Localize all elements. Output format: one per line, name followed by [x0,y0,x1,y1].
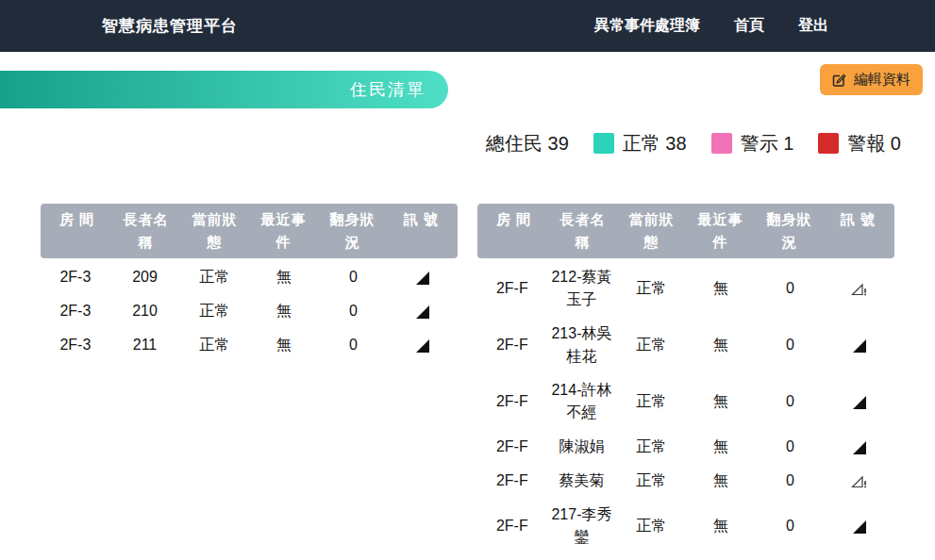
column-header: 最近事件 [686,208,755,254]
name-cell: 213-林吳桂花 [547,317,617,373]
banner-row: 住民清單 編輯資料 [0,52,935,108]
room-cell: 2F-3 [41,294,110,328]
name-cell: 211 [110,328,180,362]
signal-weak-alert-icon [851,282,868,297]
name-cell: 217-李秀鑾 [547,498,617,554]
signal-cell [825,464,894,498]
column-header: 長者名稱 [548,208,617,254]
signal-strong-icon [852,440,868,455]
table-row[interactable]: 2F-F蔡美菊正常無0 [477,464,894,498]
app-title: 智慧病患管理平台 [102,15,238,37]
resident-table-right: 房 間長者名稱當前狀態最近事件翻身狀況訊 號2F-F212-蔡黃玉子正常無02F… [477,204,894,554]
signal-cell [388,328,458,362]
status-cell: 正常 [616,328,686,362]
event-cell: 無 [686,509,756,543]
table-row[interactable]: 2F-F212-蔡黃玉子正常無0 [477,260,894,317]
signal-strong-icon [852,395,868,410]
edit-data-button[interactable]: 編輯資料 [820,64,923,95]
signal-cell [825,272,894,305]
room-cell: 2F-3 [41,328,110,362]
status-cell: 正常 [179,260,249,294]
event-cell: 無 [249,328,319,362]
table-row[interactable]: 2F-F陳淑娟正常無0 [477,430,894,464]
status-cell: 正常 [616,430,686,464]
table-row[interactable]: 2F-F214-許林不經正常無0 [477,373,894,430]
resident-list-banner: 住民清單 [0,71,448,108]
turning-cell: 0 [319,260,389,294]
status-cell: 正常 [616,385,686,419]
table-row[interactable]: 2F-3210正常無0 [41,294,458,328]
app-header: 智慧病患管理平台 異常事件處理簿 首頁 登出 [0,0,935,52]
warning-color-swatch [711,133,732,154]
event-cell: 無 [686,272,756,305]
table-header-row: 房 間長者名稱當前狀態最近事件翻身狀況訊 號 [41,204,458,258]
legend-item-normal: 正常 38 [593,131,687,156]
page-title: 住民清單 [350,78,426,101]
table-header-row: 房 間長者名稱當前狀態最近事件翻身狀況訊 號 [477,204,894,258]
status-cell: 正常 [179,328,249,362]
signal-strong-icon [852,519,868,535]
room-cell: 2F-F [477,272,547,305]
signal-cell [825,328,894,362]
turning-cell: 0 [756,509,826,543]
table-row[interactable]: 2F-3209正常無0 [41,260,458,294]
column-header: 當前狀態 [180,208,249,254]
room-cell: 2F-F [477,464,547,498]
legend-item-warning: 警示 1 [711,131,794,156]
nav-item-logout[interactable]: 登出 [798,16,828,36]
status-cell: 正常 [179,294,249,328]
normal-color-swatch [593,133,614,154]
table-row[interactable]: 2F-F213-林吳桂花正常無0 [477,317,894,373]
name-cell: 209 [110,260,180,294]
column-header: 翻身狀況 [318,208,387,254]
event-cell: 無 [249,294,319,328]
edit-pencil-square-icon [832,73,847,88]
column-header: 最近事件 [249,208,318,254]
signal-cell [825,385,894,419]
signal-strong-icon [415,305,431,320]
legend-alarm-label: 警報 0 [847,131,901,156]
event-cell: 無 [686,430,756,464]
turning-cell: 0 [756,430,826,464]
column-header: 房 間 [479,208,548,231]
column-header: 長者名稱 [111,208,180,254]
resident-tables: 房 間長者名稱當前狀態最近事件翻身狀況訊 號2F-3209正常無02F-3210… [0,204,935,554]
table-row[interactable]: 2F-3211正常無0 [41,328,458,362]
resident-table-left: 房 間長者名稱當前狀態最近事件翻身狀況訊 號2F-3209正常無02F-3210… [41,204,458,554]
name-cell: 214-許林不經 [547,373,617,430]
legend-warning-label: 警示 1 [741,131,794,156]
event-cell: 無 [686,464,756,498]
column-header: 房 間 [42,208,111,231]
signal-strong-icon [852,338,868,354]
turning-cell: 0 [319,328,389,362]
signal-strong-icon [415,338,431,354]
room-cell: 2F-F [477,509,547,543]
room-cell: 2F-F [477,328,547,362]
turning-cell: 0 [319,294,389,328]
nav-item-home[interactable]: 首頁 [734,16,764,36]
event-cell: 無 [686,385,756,419]
table-body: 2F-F212-蔡黃玉子正常無02F-F213-林吳桂花正常無02F-F214-… [477,258,894,554]
column-header: 翻身狀況 [755,208,824,254]
nav-item-abnormal-event-log[interactable]: 異常事件處理簿 [594,16,700,36]
name-cell: 蔡美菊 [547,464,617,498]
column-header: 當前狀態 [617,208,686,254]
table-body: 2F-3209正常無02F-3210正常無02F-3211正常無0 [41,258,458,362]
name-cell: 210 [110,294,180,328]
alarm-color-swatch [818,133,839,154]
legend-normal-label: 正常 38 [623,131,687,156]
legend-total-residents: 總住民 39 [486,131,569,156]
room-cell: 2F-F [477,385,547,419]
event-cell: 無 [249,260,319,294]
signal-cell [388,294,458,328]
status-legend: 總住民 39 正常 38 警示 1 警報 0 [0,130,935,156]
status-cell: 正常 [616,464,686,498]
room-cell: 2F-F [477,430,547,464]
status-cell: 正常 [616,272,686,305]
turning-cell: 0 [756,385,826,419]
turning-cell: 0 [756,272,826,305]
table-row[interactable]: 2F-F217-李秀鑾正常無0 [477,498,894,554]
turning-cell: 0 [756,328,826,362]
top-nav: 異常事件處理簿 首頁 登出 [594,16,828,36]
signal-cell [825,430,894,464]
